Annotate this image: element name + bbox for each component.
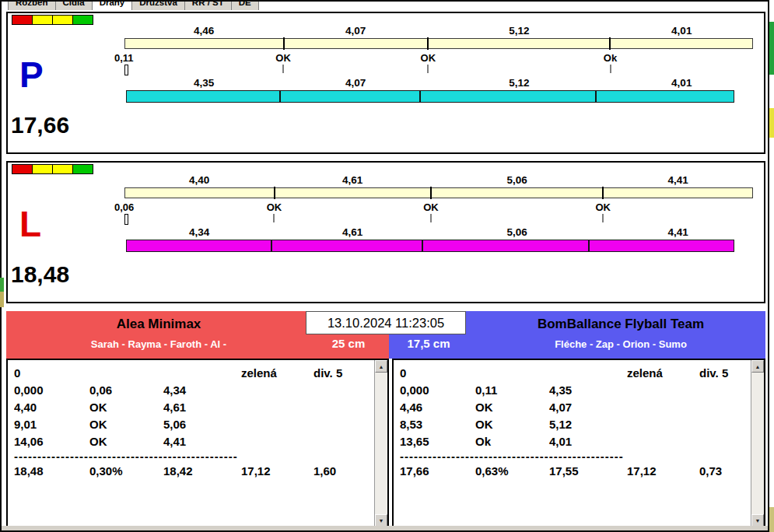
- tab-druzstva[interactable]: Družstva: [131, 2, 185, 10]
- timestamp: 13.10.2024 11:23:05: [306, 311, 466, 334]
- start-light: [12, 164, 33, 174]
- result-cell: [699, 399, 749, 416]
- arrow-up-icon: ▲: [755, 364, 761, 369]
- result-cell: 5,06: [163, 416, 241, 433]
- result-cell: [313, 433, 373, 450]
- result-cell: 0: [14, 365, 89, 382]
- change-tick: [430, 214, 431, 222]
- split-time: 4,46: [194, 25, 214, 37]
- change-tick: [428, 65, 429, 73]
- status-marks-row: 0,11OKOKOk: [124, 52, 753, 65]
- result-cell: 0,30%: [89, 463, 163, 480]
- bar-segment-divider: [271, 240, 272, 251]
- result-cell: [627, 382, 699, 399]
- result-cell: 4,61: [163, 399, 241, 416]
- team-right-dogs: Fléche - Zap - Orion - Sumo: [476, 338, 765, 350]
- result-cell: [699, 382, 749, 399]
- change-tick: [610, 65, 611, 73]
- scroll-up-button[interactable]: ▲: [375, 360, 387, 373]
- lane-total-time-p: 17,66: [11, 114, 69, 137]
- timing-bar-area: 4,464,075,124,01 0,11OKOKOk 4,354,075,12…: [124, 13, 753, 152]
- start-light: [72, 164, 93, 174]
- result-list-left: 0zelenádiv. 50,0000,064,344,40OK4,619,01…: [14, 365, 373, 525]
- lane-panel-l: 4,404,615,064,41 0,06OKOKOK 4,344,615,06…: [6, 161, 765, 303]
- tab-cidla[interactable]: Čidla: [55, 2, 93, 10]
- desktop-edge-strip: [769, 0, 774, 532]
- team-right-name: BomBallance Flyball Team: [476, 317, 765, 332]
- result-cell: zelená: [241, 365, 313, 382]
- bar-segment-divider: [419, 91, 421, 102]
- leg-time: 4,61: [342, 226, 362, 238]
- split-times-row: 4,464,075,124,01: [124, 25, 753, 37]
- lane-time-bar: [126, 240, 734, 252]
- result-cell: OK: [89, 416, 163, 433]
- status-strip: [2, 526, 768, 530]
- vertical-scrollbar[interactable]: ▲ ▼: [751, 360, 764, 527]
- result-cell: 0,06: [89, 382, 163, 399]
- arrow-up-icon: ▲: [379, 364, 384, 369]
- result-cell: [627, 416, 699, 433]
- scale-tick: [283, 37, 285, 50]
- result-cell: 4,41: [163, 433, 241, 450]
- result-cell: 0,11: [475, 382, 549, 399]
- leg-time: 5,12: [509, 77, 529, 89]
- tab-rr-st[interactable]: RR / ST: [184, 2, 232, 10]
- result-cell: 13,65: [400, 433, 475, 450]
- result-cell: 17,12: [627, 463, 699, 480]
- result-cell: 0,63%: [475, 463, 549, 480]
- lane-panel-p: 4,464,075,124,01 0,11OKOKOk 4,354,075,12…: [6, 12, 765, 154]
- scroll-down-button[interactable]: ▼: [375, 514, 387, 527]
- bar-segment-divider: [279, 91, 281, 102]
- leg-times-row: 4,344,615,064,41: [124, 226, 753, 239]
- result-cell: 0,000: [400, 382, 475, 399]
- leg-time: 4,35: [194, 77, 214, 89]
- start-marker: [124, 65, 128, 75]
- leg-time: 4,41: [667, 226, 688, 238]
- tab-rozbeh[interactable]: Rozběh: [8, 2, 56, 10]
- start-lights: [12, 164, 93, 174]
- result-cell: [313, 416, 373, 433]
- result-table-left: 0zelenádiv. 50,0000,064,344,40OK4,619,01…: [14, 365, 373, 480]
- result-cell: 4,07: [549, 399, 627, 416]
- result-cell: 14,06: [14, 433, 89, 450]
- tab-drahy[interactable]: Dráhy: [92, 2, 133, 10]
- start-light: [12, 15, 33, 25]
- tab-bar: Rozběh Čidla Dráhy Družstva RR / ST DE: [3, 2, 766, 10]
- status-mark: OK: [421, 52, 436, 64]
- app-window: Rozběh Čidla Dráhy Družstva RR / ST DE 4…: [0, 0, 769, 532]
- arrow-down-icon: ▼: [755, 518, 761, 523]
- vertical-scrollbar[interactable]: ▲ ▼: [374, 360, 387, 527]
- result-list-right: 0zelenádiv. 50,0000,114,354,46OK4,078,53…: [400, 365, 749, 525]
- result-cell: 4,40: [14, 399, 89, 416]
- tab-de[interactable]: DE: [231, 2, 259, 10]
- desktop-edge-strip: [0, 278, 4, 307]
- scale-tick: [274, 187, 275, 199]
- desktop-artifact: [0, 292, 4, 307]
- status-mark: OK: [423, 201, 439, 213]
- split-time: 4,40: [189, 174, 209, 186]
- start-light: [52, 15, 73, 25]
- result-cell: 5,12: [549, 416, 627, 433]
- result-cell: 17,12: [241, 463, 313, 480]
- lane-total-time-l: 18,48: [11, 263, 69, 286]
- result-cell: [475, 365, 549, 382]
- scale-tick: [609, 37, 611, 50]
- split-time: 5,12: [509, 25, 529, 37]
- result-cell: [241, 433, 313, 450]
- result-cell: 8,53: [400, 416, 475, 433]
- result-cell: zelená: [627, 365, 699, 382]
- timing-bar-area: 4,404,615,064,41 0,06OKOKOK 4,344,615,06…: [124, 163, 753, 302]
- teams-header: Alea Minimax Sarah - Rayma - Faroth - Al…: [6, 311, 765, 359]
- desktop-artifact: [769, 22, 774, 75]
- scale-tick: [602, 187, 604, 199]
- result-cell: [89, 365, 163, 382]
- result-cell: [313, 382, 373, 399]
- start-marker: [124, 214, 128, 225]
- change-ticks-row: [124, 214, 753, 225]
- result-cell: [241, 399, 313, 416]
- start-lights: [12, 15, 93, 25]
- scroll-down-button[interactable]: ▼: [751, 514, 764, 527]
- result-cell: 4,01: [549, 433, 627, 450]
- split-time: 4,07: [345, 25, 366, 37]
- scroll-up-button[interactable]: ▲: [751, 360, 764, 373]
